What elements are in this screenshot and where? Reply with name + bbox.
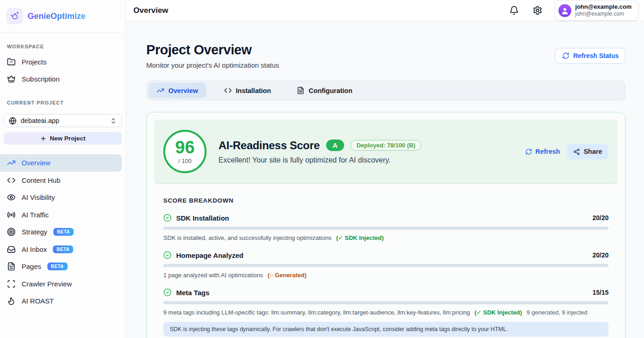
beta-badge: BETA — [53, 228, 74, 236]
sidebar-item-label: AI ROAST — [22, 297, 54, 305]
score-circle: 96 / 100 — [163, 130, 207, 173]
sidebar-item-ai-visibility[interactable]: AI Visibility — [0, 189, 126, 206]
progress-bar — [163, 301, 609, 304]
refresh-status-label: Refresh Status — [573, 52, 619, 59]
sidebar: GenieOptimize WORKSPACE Projects Subscri… — [0, 0, 126, 338]
score-value: 96 — [175, 139, 195, 156]
tab-configuration[interactable]: Configuration — [289, 83, 360, 98]
app-root: GenieOptimize WORKSPACE Projects Subscri… — [0, 0, 644, 338]
grade-badge: A — [326, 140, 344, 151]
sidebar-header: GenieOptimize — [0, 0, 126, 33]
breakdown-status-extra: 9 generated, 9 injected — [527, 309, 587, 316]
progress-bar — [163, 227, 609, 230]
trending-up-icon — [156, 87, 164, 94]
sidebar-item-ai-inbox[interactable]: AI Inbox BETA — [0, 241, 126, 258]
sidebar-item-content-hub[interactable]: Content Hub — [0, 172, 126, 189]
tab-bar: Overview Installation Configuration — [146, 81, 626, 100]
score-breakdown: SCORE BREAKDOWN SDK Installation 20/20 — [154, 197, 618, 337]
score-title: AI-Readiness Score — [218, 139, 320, 152]
current-project-section-label: CURRENT PROJECT — [0, 87, 126, 110]
chevrons-up-down-icon — [110, 117, 117, 124]
breakdown-label: Homepage Analyzed — [176, 251, 243, 259]
tab-label: Installation — [236, 87, 271, 94]
progress-bar — [163, 264, 609, 267]
page-subtitle: Monitor your project's AI optimization s… — [146, 61, 279, 69]
tab-label: Overview — [168, 87, 198, 94]
notifications-button[interactable] — [507, 4, 521, 17]
refresh-icon — [562, 52, 569, 59]
generated-badge: (○ Generated) — [268, 272, 306, 279]
beta-badge: BETA — [47, 262, 68, 270]
genie-lamp-logo-icon — [6, 8, 23, 24]
file-text-icon — [7, 262, 16, 271]
user-menu[interactable]: john@example.com john@example.com — [554, 0, 638, 21]
share-label: Share — [584, 148, 602, 155]
breakdown-score: 20/20 — [592, 214, 609, 221]
sidebar-item-label: Strategy — [22, 228, 47, 236]
globe-icon — [9, 117, 17, 125]
plus-icon — [40, 135, 46, 142]
refresh-icon — [525, 148, 532, 155]
sidebar-item-ai-roast[interactable]: AI ROAST — [0, 292, 126, 310]
score-refresh-button[interactable]: Refresh — [525, 148, 560, 155]
sidebar-item-subscription[interactable]: Subscription — [0, 70, 126, 87]
sidebar-item-crawler-preview[interactable]: Crawler Preview — [0, 275, 126, 293]
score-actions: Refresh Share — [525, 144, 609, 159]
sidebar-item-pages[interactable]: Pages BETA — [0, 258, 126, 275]
share-button[interactable]: Share — [567, 144, 609, 159]
topbar-actions: john@example.com john@example.com — [507, 0, 638, 21]
refresh-status-button[interactable]: Refresh Status — [555, 48, 626, 64]
eye-icon — [7, 193, 16, 202]
sidebar-item-label: Content Hub — [22, 176, 60, 184]
user-name: john@example.com — [575, 3, 632, 11]
tab-label: Configuration — [309, 87, 352, 94]
new-project-button[interactable]: New Project — [4, 132, 122, 145]
file-text-icon — [297, 87, 305, 94]
avatar — [558, 4, 571, 17]
check-circle-icon — [163, 251, 172, 259]
sidebar-item-label: Pages — [22, 262, 41, 270]
tab-overview[interactable]: Overview — [149, 83, 206, 98]
beta-badge: BETA — [53, 245, 73, 253]
project-select[interactable]: debateai.app — [4, 114, 122, 127]
breakdown-label: Meta Tags — [176, 289, 209, 297]
code-icon — [224, 87, 232, 94]
sdk-injected-badge: (✓ SDK Injected) — [474, 309, 522, 316]
topbar: Overview — [126, 0, 644, 21]
score-refresh-label: Refresh — [535, 148, 560, 155]
page-content: Project Overview Monitor your project's … — [126, 21, 644, 338]
share-icon — [573, 148, 580, 155]
sdk-injection-note: SDK is injecting these tags dynamically.… — [163, 322, 609, 337]
sidebar-item-ai-traffic[interactable]: AI Traffic — [0, 206, 126, 224]
bell-icon — [509, 6, 519, 15]
user-icon — [561, 6, 569, 15]
inbox-icon — [7, 245, 16, 254]
breakdown-status-text: 1 page analyzed with AI optimizations — [163, 272, 263, 279]
score-description: Excellent! Your site is fully optimized … — [218, 156, 421, 164]
sdk-injected-badge: (✓ SDK Injected) — [336, 234, 384, 241]
sidebar-item-label: AI Traffic — [22, 211, 49, 219]
breakdown-status-text: 9 meta tags including LLM-specific tags:… — [163, 309, 470, 316]
sidebar-item-strategy[interactable]: Strategy BETA — [0, 223, 126, 241]
score-summary-panel: 96 / 100 AI-Readiness Score A Deployed: … — [154, 120, 618, 184]
settings-button[interactable] — [531, 4, 544, 17]
deployed-score-badge: Deployed: 78/100 (B) — [351, 140, 421, 151]
tab-installation[interactable]: Installation — [216, 83, 279, 98]
sidebar-item-label: AI Inbox — [22, 245, 47, 253]
sidebar-item-projects[interactable]: Projects — [0, 53, 126, 70]
radio-icon — [7, 210, 16, 219]
trending-up-icon — [7, 158, 16, 167]
sidebar-item-overview[interactable]: Overview — [0, 154, 122, 172]
breakdown-row-meta-tags: Meta Tags 15/15 9 meta tags including LL… — [163, 288, 609, 337]
check-circle-icon — [163, 214, 172, 222]
code-icon — [7, 176, 16, 185]
folder-icon — [7, 58, 16, 66]
scan-icon — [7, 280, 16, 288]
page-header: Project Overview Monitor your project's … — [146, 42, 626, 69]
breakdown-score: 15/15 — [592, 289, 609, 296]
sidebar-item-label: Subscription — [22, 75, 60, 83]
user-email: john@example.com — [575, 11, 632, 17]
sidebar-item-label: AI Visibility — [22, 193, 55, 201]
sidebar-item-label: Overview — [22, 159, 51, 167]
breakdown-label: SDK Installation — [176, 214, 229, 222]
